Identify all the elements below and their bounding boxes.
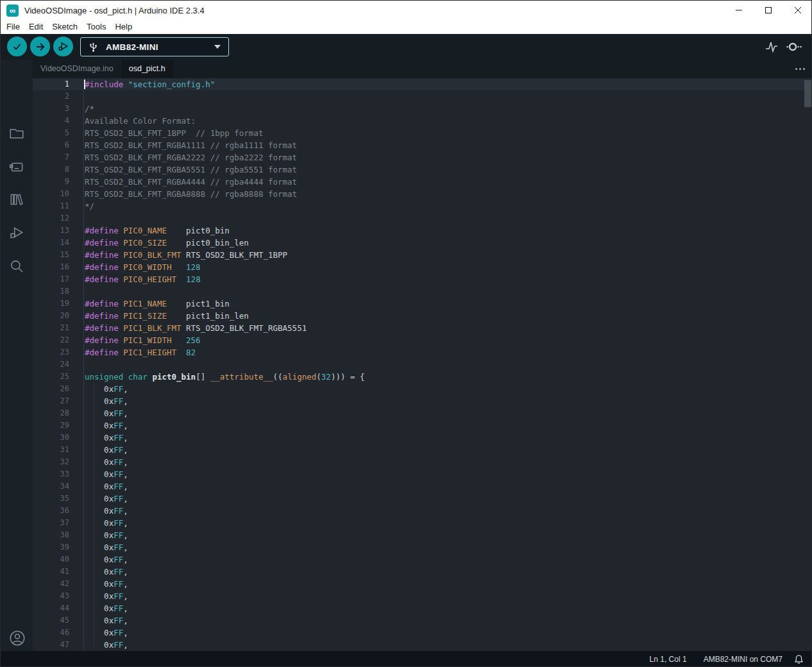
line-number[interactable]: 10	[33, 188, 69, 200]
line-number[interactable]: 42	[33, 578, 69, 590]
line-number[interactable]: 33	[33, 468, 69, 480]
menu-sketch[interactable]: Sketch	[47, 20, 82, 34]
code-line-33[interactable]: 33 0xFF,	[33, 468, 812, 480]
code-editor[interactable]: 1#include "section_config.h"23/*4Availab…	[33, 78, 812, 651]
sidebar-item-library-manager[interactable]	[8, 191, 25, 208]
line-number[interactable]: 6	[33, 139, 69, 151]
code-line-23[interactable]: 23#define PIC1_HEIGHT 82	[33, 346, 812, 359]
code-line-5[interactable]: 5RTS_OSD2_BLK_FMT_1BPP // 1bpp format	[33, 127, 812, 139]
line-number[interactable]: 38	[33, 529, 69, 541]
line-number[interactable]: 8	[33, 164, 69, 176]
verify-button[interactable]	[7, 37, 27, 56]
code-line-39[interactable]: 39 0xFF,	[33, 541, 812, 553]
line-number[interactable]: 17	[33, 273, 69, 285]
code-line-11[interactable]: 11*/	[33, 200, 812, 212]
line-number[interactable]: 13	[33, 224, 69, 237]
serial-plotter-button[interactable]	[764, 39, 779, 55]
line-number[interactable]: 21	[33, 322, 69, 334]
line-number[interactable]: 45	[33, 614, 69, 627]
code-line-36[interactable]: 36 0xFF,	[33, 505, 812, 517]
code-line-29[interactable]: 29 0xFF,	[33, 419, 812, 432]
line-number[interactable]: 46	[33, 627, 69, 639]
code-line-30[interactable]: 30 0xFF,	[33, 432, 812, 444]
line-number[interactable]: 23	[33, 346, 69, 359]
code-line-19[interactable]: 19#define PIC1_NAME pict1_bin	[33, 298, 812, 310]
minimize-button[interactable]	[724, 1, 754, 20]
code-line-1[interactable]: 1#include "section_config.h"	[33, 78, 812, 90]
code-line-18[interactable]: 18	[33, 285, 812, 298]
code-line-41[interactable]: 41 0xFF,	[33, 566, 812, 578]
code-line-37[interactable]: 37 0xFF,	[33, 517, 812, 529]
line-number[interactable]: 30	[33, 432, 69, 444]
code-line-14[interactable]: 14#define PIC0_SIZE pict0_bin_len	[33, 237, 812, 249]
code-line-45[interactable]: 45 0xFF,	[33, 614, 812, 627]
code-line-9[interactable]: 9RTS_OSD2_BLK_FMT_RGBA4444 // rgba4444 f…	[33, 176, 812, 188]
menu-file[interactable]: File	[2, 20, 24, 34]
code-line-8[interactable]: 8RTS_OSD2_BLK_FMT_RGBA5551 // rgba5551 f…	[33, 164, 812, 176]
code-line-44[interactable]: 44 0xFF,	[33, 602, 812, 614]
line-number[interactable]: 26	[33, 383, 69, 395]
code-line-28[interactable]: 28 0xFF,	[33, 407, 812, 419]
line-number[interactable]: 22	[33, 334, 69, 346]
line-number[interactable]: 35	[33, 493, 69, 505]
code-line-42[interactable]: 42 0xFF,	[33, 578, 812, 590]
code-line-21[interactable]: 21#define PIC1_BLK_FMT RTS_OSD2_BLK_FMT_…	[33, 322, 812, 334]
close-button[interactable]	[783, 1, 812, 20]
code-line-35[interactable]: 35 0xFF,	[33, 493, 812, 505]
line-number[interactable]: 15	[33, 249, 69, 261]
menu-tools[interactable]: Tools	[82, 20, 110, 34]
line-number[interactable]: 9	[33, 176, 69, 188]
tab-osd_pict.h[interactable]: osd_pict.h	[121, 60, 173, 78]
maximize-button[interactable]	[754, 1, 783, 20]
line-number[interactable]: 7	[33, 151, 69, 164]
line-number[interactable]: 18	[33, 285, 69, 298]
code-line-16[interactable]: 16#define PIC0_WIDTH 128	[33, 261, 812, 273]
line-number[interactable]: 25	[33, 371, 69, 383]
line-number[interactable]: 12	[33, 212, 69, 224]
code-line-6[interactable]: 6RTS_OSD2_BLK_FMT_RGBA1111 // rgba1111 f…	[33, 139, 812, 151]
code-line-3[interactable]: 3/*	[33, 103, 812, 115]
line-number[interactable]: 43	[33, 590, 69, 602]
code-line-27[interactable]: 27 0xFF,	[33, 395, 812, 407]
code-line-47[interactable]: 47 0xFF,	[33, 639, 812, 651]
line-number[interactable]: 32	[33, 456, 69, 468]
sidebar-item-search[interactable]	[8, 258, 25, 274]
code-line-34[interactable]: 34 0xFF,	[33, 480, 812, 493]
notifications-button[interactable]	[794, 654, 804, 664]
board-selector-dropdown[interactable]: AMB82-MINI	[80, 37, 229, 56]
line-number[interactable]: 3	[33, 103, 69, 115]
line-number[interactable]: 11	[33, 200, 69, 212]
menu-edit[interactable]: Edit	[24, 20, 47, 34]
line-number[interactable]: 47	[33, 639, 69, 651]
serial-monitor-button[interactable]	[784, 39, 802, 55]
line-number[interactable]: 41	[33, 566, 69, 578]
line-number[interactable]: 5	[33, 127, 69, 139]
line-number[interactable]: 34	[33, 480, 69, 493]
line-number[interactable]: 24	[33, 359, 69, 371]
code-line-24[interactable]: 24	[33, 359, 812, 371]
code-line-31[interactable]: 31 0xFF,	[33, 444, 812, 456]
sidebar-item-sketchbook[interactable]	[8, 125, 25, 142]
code-line-46[interactable]: 46 0xFF,	[33, 627, 812, 639]
scrollbar-thumb[interactable]	[804, 80, 812, 107]
code-line-20[interactable]: 20#define PIC1_SIZE pict1_bin_len	[33, 310, 812, 322]
line-number[interactable]: 31	[33, 444, 69, 456]
sidebar-item-boards-manager[interactable]	[8, 158, 25, 175]
code-line-12[interactable]: 12	[33, 212, 812, 224]
line-number[interactable]: 27	[33, 395, 69, 407]
line-number[interactable]: 28	[33, 407, 69, 419]
line-number[interactable]: 40	[33, 553, 69, 566]
code-line-38[interactable]: 38 0xFF,	[33, 529, 812, 541]
cursor-position-indicator[interactable]: Ln 1, Col 1	[650, 655, 687, 664]
line-number[interactable]: 19	[33, 298, 69, 310]
line-number[interactable]: 1	[33, 78, 69, 90]
line-number[interactable]: 2	[33, 90, 69, 103]
line-number[interactable]: 29	[33, 419, 69, 432]
line-number[interactable]: 44	[33, 602, 69, 614]
code-line-26[interactable]: 26 0xFF,	[33, 383, 812, 395]
code-line-25[interactable]: 25unsigned char pict0_bin[] __attribute_…	[33, 371, 812, 383]
code-line-40[interactable]: 40 0xFF,	[33, 553, 812, 566]
code-line-10[interactable]: 10RTS_OSD2_BLK_FMT_RGBA8888 // rgba8888 …	[33, 188, 812, 200]
code-line-2[interactable]: 2	[33, 90, 812, 103]
line-number[interactable]: 36	[33, 505, 69, 517]
